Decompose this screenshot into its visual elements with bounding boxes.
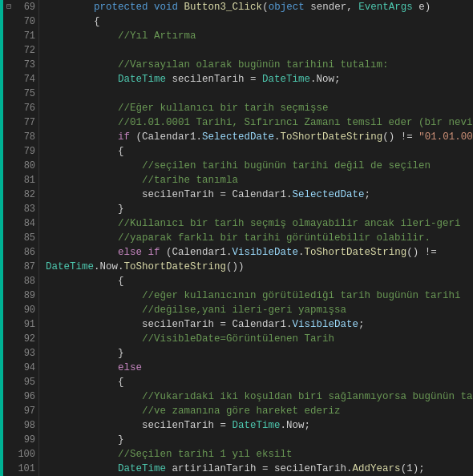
code-editor: ⊟697071727374757677787980818283848586878… (0, 0, 473, 476)
code-line: //Eğer kullanıcı bir tarih seçmişse (46, 101, 473, 115)
gutter-row: 72 (6, 43, 35, 58)
token: //tarihe tanımla (46, 175, 238, 186)
code-line: secilenTarih = DateTime.Now; (46, 418, 473, 433)
code-line (46, 87, 473, 101)
token: ToShortDateString (281, 131, 383, 143)
gutter-row: 84 (6, 216, 35, 231)
line-number-label: 85 (13, 231, 35, 245)
code-line (46, 43, 473, 58)
token: "01.01.0001" (418, 131, 473, 143)
gutter-row: 100 (6, 447, 35, 462)
line-number-label: 71 (13, 29, 35, 43)
code-line: { (46, 375, 473, 389)
line-number-label: 99 (13, 433, 35, 447)
gutter-row: 101 (6, 462, 35, 476)
token: if (118, 131, 130, 143)
code-line: if (Calendar1.SelectedDate.ToShortDateSt… (46, 130, 473, 144)
gutter-row: 88 (6, 274, 35, 288)
token: () != (406, 247, 437, 258)
line-number-label: 100 (13, 447, 35, 462)
gutter-row: ⊟69 (6, 0, 35, 14)
token: DateTime (118, 74, 166, 85)
line-number-label: 91 (13, 317, 35, 332)
token (178, 2, 184, 13)
code-line: { (46, 14, 473, 29)
token: //Yıl Artırma (46, 30, 196, 42)
token: //Seçilen tarihi 1 yıl eksilt (46, 449, 293, 460)
line-number-label: 74 (13, 72, 35, 87)
token: AddYears (353, 463, 401, 474)
token: VisibleDate (293, 319, 359, 330)
token: .Now. (94, 261, 124, 272)
gutter-row: 91 (6, 317, 35, 332)
line-number-label: 83 (13, 202, 35, 216)
code-line: { (46, 274, 473, 288)
token: e) (413, 2, 431, 13)
line-number-label: 79 (13, 144, 35, 159)
gutter-row: 92 (6, 332, 35, 346)
token: sender, (305, 2, 359, 13)
token: protected (94, 2, 148, 13)
token: .Now; (310, 74, 341, 85)
token: //yaparak farklı bir tarihi görüntülebil… (46, 232, 431, 244)
token: { (46, 16, 100, 27)
gutter-row: 97 (6, 404, 35, 418)
line-number-label: 75 (13, 87, 35, 101)
code-line: //Varsayılan olarak bugünün tarihini tut… (46, 58, 473, 72)
line-number-label: 72 (13, 43, 35, 58)
code-line: //Kullanıcı bir tarih seçmiş olmayabilir… (46, 216, 473, 231)
token: ; (365, 189, 371, 200)
code-line: else (46, 361, 473, 375)
token: DateTime (232, 420, 281, 431)
token: SelectedDate (202, 131, 274, 143)
token: //01.01.0001 Tarihi, Sıfırıncı Zamanı te… (46, 117, 473, 128)
token: secilenTarih = Calendar1. (46, 189, 293, 200)
gutter-row: 78 (6, 130, 35, 144)
line-number-label: 94 (13, 361, 35, 375)
token: } (46, 348, 124, 359)
token: . (298, 247, 305, 258)
token (46, 362, 118, 373)
code-content[interactable]: protected void Button3_Click(object send… (39, 0, 473, 476)
token: artirilanTarih = secilenTarih. (166, 463, 353, 474)
expand-icon[interactable]: ⊟ (6, 0, 11, 14)
line-number-label: 87 (13, 260, 35, 274)
token: secilenTarih = (46, 420, 232, 431)
token (46, 463, 118, 474)
token: DateTime (46, 261, 94, 272)
code-line: //VisibleDate=Görüntülenen Tarih (46, 332, 473, 346)
code-line: { (46, 144, 473, 159)
token: else if (118, 247, 160, 258)
code-line: } (46, 433, 473, 447)
line-number-label: 73 (13, 58, 35, 72)
code-line: protected void Button3_Click(object send… (46, 0, 473, 14)
token: else (118, 362, 142, 373)
token (46, 131, 118, 143)
gutter-row: 82 (6, 188, 35, 202)
token: //Kullanıcı bir tarih seçmiş olmayabilir… (46, 218, 461, 229)
code-line: //yaparak farklı bir tarihi görüntülebil… (46, 231, 473, 245)
code-line: //ve zamanına göre hareket ederiz (46, 404, 473, 418)
token: //Eğer kullanıcı bir tarih seçmişse (46, 103, 329, 114)
token: SelectedDate (293, 189, 365, 200)
gutter-row: 98 (6, 418, 35, 433)
token: //Varsayılan olarak bugünün tarihini tut… (46, 59, 389, 71)
gutter-row: 93 (6, 346, 35, 361)
line-number-label: 84 (13, 216, 35, 231)
gutter-row: 99 (6, 433, 35, 447)
line-number-label: 90 (13, 303, 35, 317)
token: ( (262, 2, 269, 13)
gutter-row: 71 (6, 29, 35, 43)
token: } (46, 204, 124, 215)
token: //eğer kullanıcının görütülediği tarih b… (46, 290, 461, 301)
token: secilenTarih = Calendar1. (46, 319, 293, 330)
line-number-label: 81 (13, 173, 35, 188)
gutter-row: 70 (6, 14, 35, 29)
token (46, 2, 94, 13)
token: DateTime (262, 74, 310, 85)
gutter-row: 73 (6, 58, 35, 72)
token: object (269, 2, 305, 13)
token: DateTime (118, 463, 166, 474)
token: { (46, 146, 124, 157)
code-line: else if (Calendar1.VisibleDate.ToShortDa… (46, 245, 473, 260)
